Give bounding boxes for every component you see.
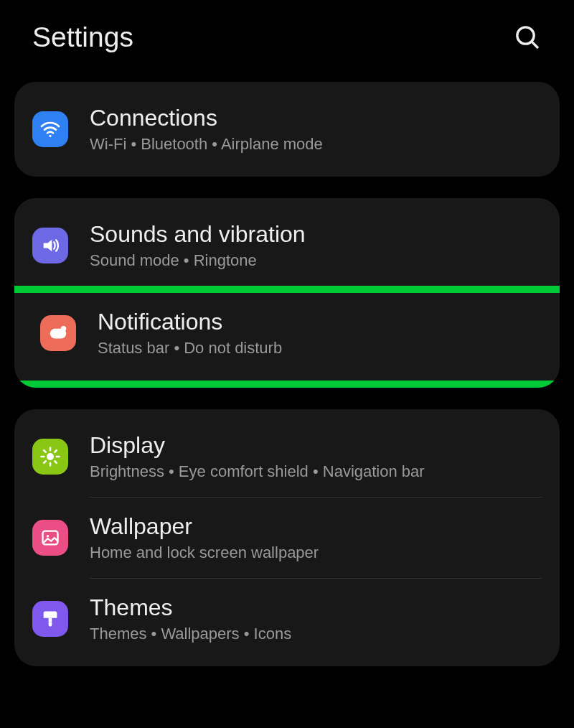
settings-row-display[interactable]: Display Brightness • Eye comfort shield …: [14, 416, 560, 497]
row-title: Notifications: [98, 309, 282, 335]
brush-icon: [32, 601, 68, 637]
page-title: Settings: [32, 22, 133, 53]
row-subtitle: Wi-Fi • Bluetooth • Airplane mode: [90, 135, 323, 154]
row-text: Connections Wi-Fi • Bluetooth • Airplane…: [90, 105, 323, 154]
highlight-box: Notifications Status bar • Do not distur…: [14, 286, 560, 388]
row-title: Sounds and vibration: [90, 221, 306, 248]
row-subtitle: Home and lock screen wallpaper: [90, 543, 319, 562]
row-text: Sounds and vibration Sound mode • Ringto…: [90, 221, 306, 270]
svg-point-0: [517, 27, 534, 44]
settings-group-display: Display Brightness • Eye comfort shield …: [14, 409, 560, 666]
image-icon: [32, 520, 68, 556]
row-text: Themes Themes • Wallpapers • Icons: [90, 594, 291, 643]
svg-line-1: [532, 42, 538, 48]
svg-point-2: [49, 135, 51, 137]
row-title: Connections: [90, 105, 323, 131]
svg-line-10: [44, 450, 46, 452]
wifi-icon: [32, 111, 68, 147]
row-text: Display Brightness • Eye comfort shield …: [90, 432, 425, 481]
row-subtitle: Status bar • Do not disturb: [98, 339, 282, 358]
app-header: Settings: [0, 0, 574, 82]
row-text: Notifications Status bar • Do not distur…: [98, 309, 282, 358]
svg-point-4: [61, 326, 67, 332]
svg-rect-16: [49, 618, 52, 622]
settings-row-notifications[interactable]: Notifications Status bar • Do not distur…: [22, 293, 552, 373]
settings-row-wallpaper[interactable]: Wallpaper Home and lock screen wallpaper: [14, 498, 560, 578]
settings-row-themes[interactable]: Themes Themes • Wallpapers • Icons: [14, 579, 560, 659]
svg-point-15: [47, 535, 50, 538]
search-icon[interactable]: [513, 23, 542, 52]
svg-line-13: [55, 450, 57, 452]
row-title: Themes: [90, 594, 291, 621]
settings-group-sounds-notifications: Sounds and vibration Sound mode • Ringto…: [14, 198, 560, 388]
sound-icon: [32, 228, 68, 263]
svg-line-11: [55, 461, 57, 463]
settings-row-sounds[interactable]: Sounds and vibration Sound mode • Ringto…: [14, 205, 560, 286]
svg-point-5: [47, 453, 54, 460]
row-title: Wallpaper: [90, 513, 319, 540]
row-text: Wallpaper Home and lock screen wallpaper: [90, 513, 319, 562]
settings-group-connections: Connections Wi-Fi • Bluetooth • Airplane…: [14, 82, 560, 177]
row-subtitle: Brightness • Eye comfort shield • Naviga…: [90, 462, 425, 481]
settings-row-connections[interactable]: Connections Wi-Fi • Bluetooth • Airplane…: [14, 89, 560, 169]
row-subtitle: Themes • Wallpapers • Icons: [90, 625, 291, 643]
row-subtitle: Sound mode • Ringtone: [90, 251, 306, 270]
svg-line-12: [44, 461, 46, 463]
brightness-icon: [32, 439, 68, 475]
row-title: Display: [90, 432, 425, 459]
notification-icon: [40, 315, 76, 351]
